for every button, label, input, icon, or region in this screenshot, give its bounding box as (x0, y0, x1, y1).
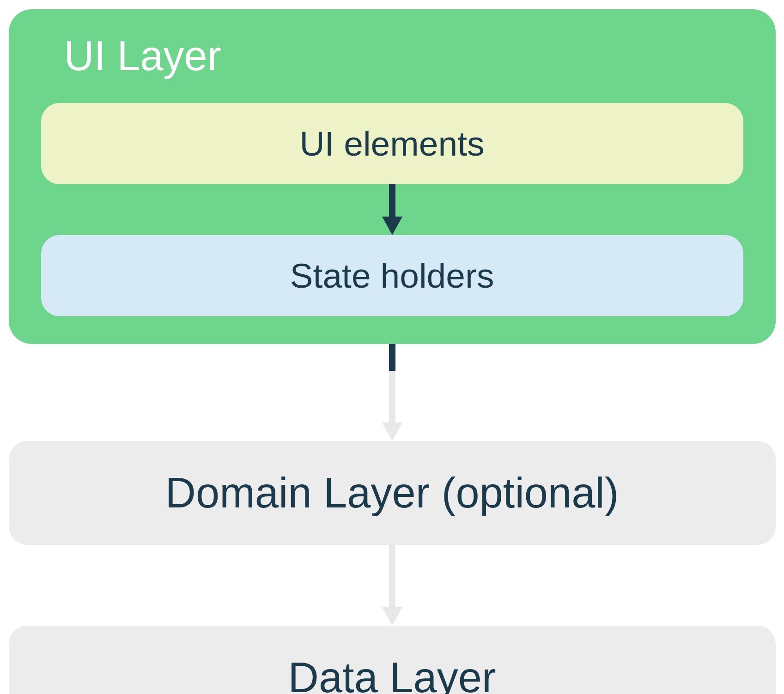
ui-elements-label: UI elements (299, 124, 484, 163)
data-layer-box: Data Layer (9, 626, 776, 694)
svg-marker-6 (382, 607, 402, 626)
svg-marker-1 (382, 217, 402, 235)
arrow-down-icon (378, 545, 406, 626)
domain-layer-box: Domain Layer (optional) (9, 441, 776, 545)
arrow-down-icon (378, 184, 406, 235)
ui-layer-title: UI Layer (64, 32, 743, 80)
state-holders-label: State holders (290, 256, 494, 295)
ui-elements-box: UI elements (41, 103, 743, 184)
connector-ui-to-domain (378, 344, 406, 441)
state-holders-box: State holders (41, 235, 743, 316)
ui-layer-box: UI Layer UI elements State holders (9, 9, 776, 344)
arrow-ui-to-state (41, 184, 743, 235)
architecture-diagram: UI Layer UI elements State holders Domai… (9, 9, 775, 694)
svg-marker-4 (382, 422, 402, 441)
connector-domain-to-data (378, 545, 406, 626)
arrow-down-icon (378, 344, 406, 441)
domain-layer-label: Domain Layer (optional) (165, 469, 619, 516)
data-layer-label: Data Layer (288, 654, 496, 694)
